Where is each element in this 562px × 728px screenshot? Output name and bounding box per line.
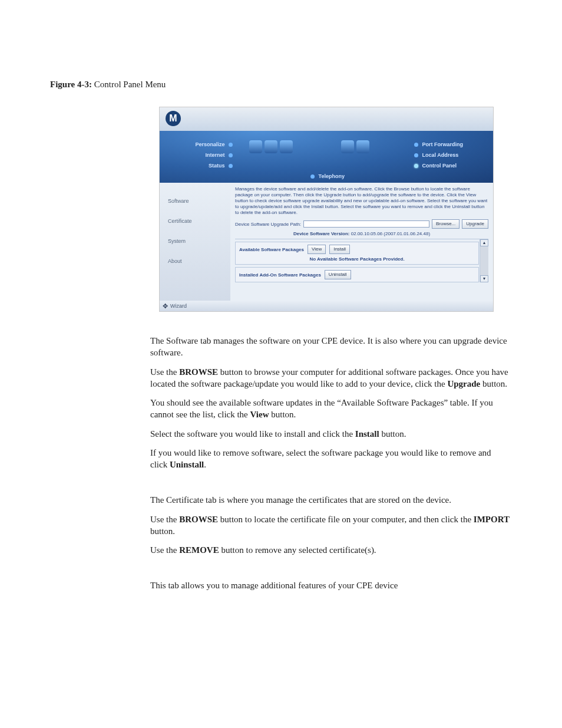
vertical-scrollbar[interactable]: ▴ ▾ xyxy=(480,239,488,282)
nav-item-status[interactable]: Status xyxy=(170,163,235,169)
available-packages-empty-msg: No Available Software Packages Provided. xyxy=(239,256,475,262)
para-remove: Use the REMOVE button to remove any sele… xyxy=(150,544,510,556)
motorola-logo-icon: M xyxy=(166,111,181,126)
view-button[interactable]: View xyxy=(308,245,326,254)
para-certificate-intro: The Certificate tab is where you manage … xyxy=(150,494,510,506)
figure-title: Control Panel Menu xyxy=(92,80,166,89)
wizard-link[interactable]: Wizard xyxy=(170,303,187,309)
para-system-intro: This tab allows you to manage additional… xyxy=(150,579,510,591)
browse-button[interactable]: Browse... xyxy=(432,219,459,229)
version-label: Device Software Version: xyxy=(293,231,350,236)
upgrade-button[interactable]: Upgrade xyxy=(462,219,488,229)
scroll-up-icon[interactable]: ▴ xyxy=(480,239,488,246)
figure-label: Figure 4-3: xyxy=(50,80,92,89)
install-button[interactable]: Install xyxy=(329,245,350,254)
para-browse-upgrade: Use the BROWSE button to browse your com… xyxy=(150,366,510,390)
nav-icons-right xyxy=(340,139,387,162)
nav-dot-icon xyxy=(229,153,233,157)
nav-item-internet[interactable]: Internet xyxy=(170,152,235,158)
para-view: You should see the available software up… xyxy=(150,397,510,421)
para-install: Select the software you would like to in… xyxy=(150,428,510,440)
nav-dot-icon xyxy=(229,143,233,147)
shot-sidebar: Software Certificate System About xyxy=(160,183,230,301)
available-packages-title: Available Software Packages xyxy=(239,247,304,252)
version-value: 02.00.10.05.06 (2007.01.01.06.24.48) xyxy=(351,231,430,236)
nav-dot-icon xyxy=(310,174,315,179)
wizard-icon[interactable]: ✥ xyxy=(160,301,170,311)
screenshot-control-panel: M Personalize Internet Status Telephony … xyxy=(160,107,493,311)
nav-icons-left xyxy=(248,139,295,162)
shot-titlebar: M xyxy=(160,107,493,131)
document-body-text: The Software tab manages the software on… xyxy=(150,335,510,592)
available-packages-panel: Available Software Packages View Install… xyxy=(235,242,479,265)
sidebar-tab-system[interactable]: System xyxy=(160,231,230,251)
nav-dot-icon xyxy=(414,153,418,157)
installed-packages-panel: Installed Add-On Software Packages Unins… xyxy=(235,267,479,282)
nav-item-local-address[interactable]: Local Address xyxy=(412,152,482,158)
para-uninstall: If you would like to remove software, se… xyxy=(150,447,510,471)
sidebar-tab-software[interactable]: Software xyxy=(160,191,230,211)
upgrade-path-input[interactable] xyxy=(303,220,429,228)
shot-top-nav: Personalize Internet Status Telephony Po… xyxy=(160,131,493,183)
shot-main-panel: Manages the device software and add/dele… xyxy=(230,183,493,301)
scroll-down-icon[interactable]: ▾ xyxy=(480,275,488,282)
sidebar-tab-certificate[interactable]: Certificate xyxy=(160,211,230,231)
sidebar-tab-about[interactable]: About xyxy=(160,251,230,271)
installed-packages-title: Installed Add-On Software Packages xyxy=(239,272,321,278)
para-browse-import: Use the BROWSE button to locate the cert… xyxy=(150,513,510,538)
upgrade-path-label: Device Software Upgrade Path: xyxy=(235,222,301,227)
figure-caption: Figure 4-3: Control Panel Menu xyxy=(50,80,512,90)
nav-item-control-panel[interactable]: Control Panel xyxy=(412,163,482,169)
shot-footer: ✥ Wizard xyxy=(160,301,493,311)
nav-item-personalize[interactable]: Personalize xyxy=(170,141,235,147)
para-software-intro: The Software tab manages the software on… xyxy=(150,335,510,359)
uninstall-button[interactable]: Uninstall xyxy=(325,270,351,279)
nav-dot-icon xyxy=(229,164,233,168)
software-description: Manages the device software and add/dele… xyxy=(235,186,488,216)
nav-dot-active-icon xyxy=(414,164,418,168)
nav-item-port-forwarding[interactable]: Port Forwarding xyxy=(412,141,482,147)
nav-dot-icon xyxy=(414,143,418,147)
nav-item-telephony[interactable]: Telephony xyxy=(308,173,345,179)
